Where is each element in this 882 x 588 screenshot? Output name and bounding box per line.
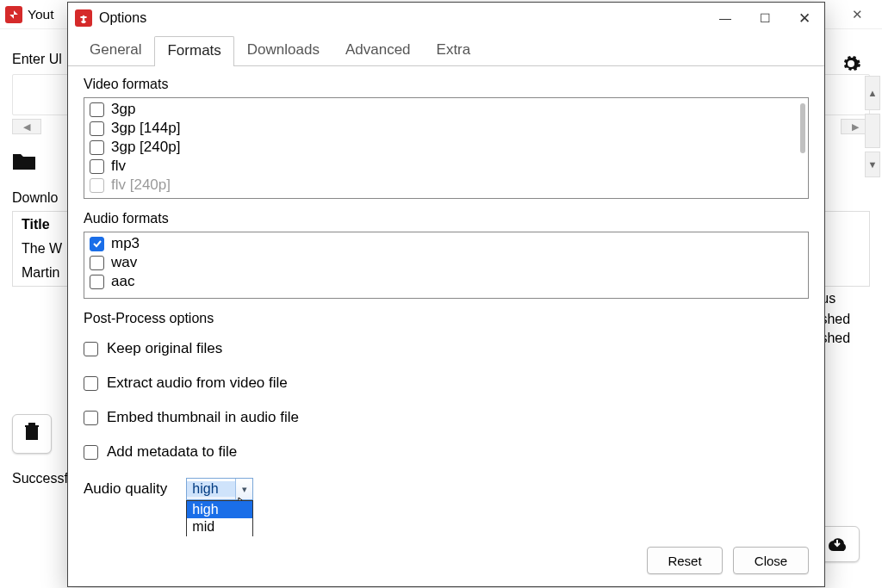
list-item[interactable]: flv <box>90 157 803 176</box>
options-dialog: Options — ☐ ✕ General Formats Downloads … <box>67 2 825 587</box>
options-footer: Reset Close <box>68 536 824 586</box>
checkbox[interactable] <box>90 178 104 193</box>
scroll-up-icon[interactable]: ▲ <box>865 76 880 110</box>
close-options-button[interactable]: Close <box>733 547 809 574</box>
nav-prev-button[interactable]: ◀ <box>12 119 41 134</box>
audio-formats-list[interactable]: mp3 wav aac <box>84 232 809 299</box>
settings-button[interactable] <box>841 53 861 79</box>
list-item[interactable]: mp3 <box>90 234 803 253</box>
video-list-scrollbar[interactable] <box>800 103 805 153</box>
post-process-label: Post-Process options <box>84 311 809 326</box>
checkbox[interactable] <box>84 445 98 460</box>
extract-audio-option[interactable]: Extract audio from video file <box>84 366 809 400</box>
list-item[interactable]: flv [240p] <box>90 176 803 195</box>
keep-original-option[interactable]: Keep original files <box>84 331 809 366</box>
list-item[interactable]: 3gp <box>90 100 803 119</box>
chevron-down-icon[interactable]: ▾ <box>235 479 252 499</box>
options-title: Options <box>99 10 146 26</box>
tab-extra[interactable]: Extra <box>424 35 484 65</box>
main-scrollbar[interactable]: ▲ ▼ <box>865 76 880 177</box>
list-item[interactable]: 3gp [240p] <box>90 138 803 157</box>
main-close-button[interactable]: ✕ <box>837 2 877 28</box>
combobox-value: high <box>187 481 235 497</box>
maximize-button[interactable]: ☐ <box>745 4 785 32</box>
options-tabs: General Formats Downloads Advanced Extra <box>68 34 824 66</box>
checkbox[interactable] <box>90 140 104 155</box>
audio-quality-label: Audio quality <box>84 480 167 498</box>
audio-quality-combobox[interactable]: high ▾ <box>186 478 253 500</box>
audio-formats-label: Audio formats <box>84 211 809 226</box>
checkbox[interactable] <box>84 342 98 356</box>
scroll-down-icon[interactable]: ▼ <box>865 152 880 177</box>
embed-thumbnail-option[interactable]: Embed thumbnail in audio file <box>84 400 809 435</box>
minimize-button[interactable]: — <box>705 4 745 32</box>
video-formats-label: Video formats <box>84 77 809 92</box>
tab-downloads[interactable]: Downloads <box>234 35 332 65</box>
reset-button[interactable]: Reset <box>647 547 723 574</box>
dropdown-item-mid[interactable]: mid <box>187 518 252 535</box>
checkbox[interactable] <box>84 376 98 391</box>
list-item[interactable]: wav <box>90 253 803 272</box>
list-item[interactable]: aac <box>90 272 803 291</box>
checkbox[interactable] <box>90 102 104 117</box>
checkbox[interactable] <box>90 121 104 136</box>
tab-formats[interactable]: Formats <box>154 36 233 66</box>
app-icon <box>5 6 22 23</box>
options-titlebar[interactable]: Options — ☐ ✕ <box>68 3 824 34</box>
delete-button[interactable] <box>12 414 52 454</box>
tab-advanced[interactable]: Advanced <box>332 35 424 65</box>
tab-general[interactable]: General <box>77 35 154 65</box>
checkbox[interactable] <box>90 256 104 270</box>
options-app-icon <box>75 9 92 27</box>
add-metadata-option[interactable]: Add metadata to file <box>84 435 809 469</box>
dropdown-item-low[interactable]: low <box>187 535 252 536</box>
checkbox[interactable] <box>90 159 104 174</box>
close-button[interactable]: ✕ <box>785 4 824 32</box>
checkbox[interactable] <box>84 411 98 425</box>
audio-quality-dropdown[interactable]: high mid low <box>186 500 253 536</box>
video-formats-list[interactable]: 3gp 3gp [144p] 3gp [240p] flv flv [240p] <box>84 97 809 199</box>
dropdown-item-high[interactable]: high <box>187 501 252 518</box>
app-title: Yout <box>28 7 53 22</box>
checkbox[interactable] <box>90 275 104 289</box>
formats-panel: Video formats 3gp 3gp [144p] 3gp [240p] … <box>68 66 824 536</box>
scroll-thumb[interactable] <box>865 114 880 148</box>
checkbox[interactable] <box>90 237 104 251</box>
list-item[interactable]: 3gp [144p] <box>90 119 803 138</box>
